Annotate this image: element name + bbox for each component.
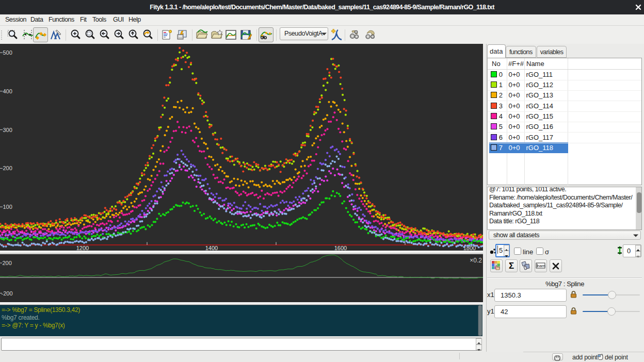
svg-text:400: 400 — [3, 88, 12, 94]
svg-text:1400: 1400 — [205, 245, 218, 251]
svg-text:200: 200 — [3, 260, 12, 266]
svg-text:1600: 1600 — [334, 245, 347, 251]
svg-text:×0.2: ×0.2 — [470, 257, 482, 264]
svg-text:-200: -200 — [2, 290, 13, 297]
svg-text:200: 200 — [3, 165, 12, 171]
svg-text:100: 100 — [3, 204, 12, 210]
svg-text:300: 300 — [3, 127, 12, 133]
svg-text:nam: nam — [537, 264, 545, 268]
svg-text:500: 500 — [3, 50, 12, 56]
svg-text:1200: 1200 — [76, 245, 89, 251]
